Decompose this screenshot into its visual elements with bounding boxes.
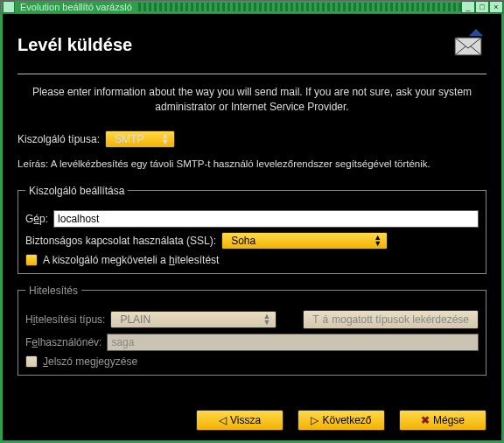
- mail-send-icon: [450, 27, 486, 63]
- window: Evolution beállító varázsló _ □ × Levél …: [0, 0, 504, 443]
- ssl-label: Biztonságos kapcsolat használata (SSL):: [25, 235, 216, 247]
- checkbox-icon: [25, 254, 38, 266]
- titlebar-grip: [136, 3, 461, 11]
- server-settings-legend: Kiszolgáló beállítása: [25, 185, 128, 197]
- host-input[interactable]: [53, 210, 479, 228]
- maximize-button[interactable]: □: [475, 1, 489, 13]
- close-button[interactable]: ×: [489, 1, 503, 13]
- updown-icon: ▲▼: [262, 313, 270, 326]
- remember-password-check: Jelszó megjegyzése: [25, 355, 479, 368]
- triangle-left-icon: ◁: [219, 414, 227, 426]
- server-type-label: Kiszolgáló típusa:: [18, 133, 100, 145]
- window-title: Evolution beállító varázsló: [17, 2, 136, 12]
- next-button[interactable]: ▷ Következő: [298, 410, 385, 431]
- auth-required-label: A kiszolgáló megköveteli a hitelesítést: [43, 254, 219, 266]
- ssl-value: Soha: [231, 235, 256, 247]
- triangle-right-icon: ▷: [311, 414, 318, 426]
- remember-password-label: Jelszó megjegyzése: [43, 355, 137, 368]
- cancel-button[interactable]: ✖ Mégse: [399, 410, 486, 431]
- auth-legend: Hitelesítés: [25, 285, 81, 297]
- auth-required-check[interactable]: A kiszolgáló megköveteli a hitelesítést: [25, 254, 479, 266]
- auth-group: Hitelesítés Hitelesítési típus: PLAIN ▲▼…: [18, 285, 486, 376]
- host-label: Gép:: [25, 213, 48, 225]
- intro-text: Please enter information about the way y…: [18, 85, 486, 115]
- updown-icon: ▲▼: [374, 235, 382, 247]
- auth-type-label: Hitelesítési típus:: [25, 313, 105, 326]
- page-title: Levél küldése: [18, 35, 132, 55]
- auth-type-combo: PLAIN ▲▼: [110, 311, 276, 328]
- cancel-x-icon: ✖: [421, 414, 430, 426]
- username-input: [107, 334, 479, 351]
- updown-icon: ▲▼: [161, 133, 169, 145]
- back-button[interactable]: ◁ Vissza: [196, 410, 284, 431]
- svg-marker-0: [469, 29, 483, 36]
- checkbox-icon: [25, 355, 38, 368]
- username-label: Felhasználónév:: [25, 336, 102, 348]
- minimize-button[interactable]: _: [461, 1, 475, 13]
- auth-type-value: PLAIN: [120, 313, 150, 326]
- ssl-combo[interactable]: Soha ▲▼: [221, 232, 388, 250]
- server-type-value: SMTP: [115, 133, 144, 145]
- server-settings-group: Kiszolgáló beállítása Gép: Biztonságos k…: [18, 185, 486, 274]
- description-text: Leírás: A levélkézbesítés egy távoli SMT…: [18, 158, 486, 169]
- query-types-button: Támogatott típusok lekérdezése: [303, 310, 479, 329]
- server-type-combo[interactable]: SMTP ▲▼: [105, 130, 175, 148]
- titlebar: Evolution beállító varázsló _ □ ×: [0, 0, 504, 14]
- window-menu-icon[interactable]: [3, 1, 15, 13]
- window-frame: Levél küldése Please enter information a…: [0, 14, 504, 443]
